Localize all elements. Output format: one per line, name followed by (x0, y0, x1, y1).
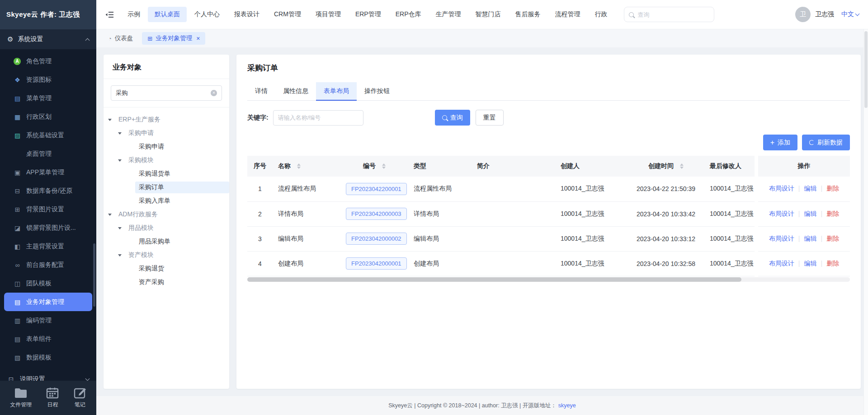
caret-down-icon[interactable] (108, 119, 112, 121)
nav-item-流程管理[interactable]: 流程管理 (548, 7, 587, 22)
column-header-名称[interactable]: 名称 (273, 156, 340, 177)
delete-link[interactable]: 删除 (826, 260, 839, 267)
code-badge[interactable]: FP2023042000001 (346, 257, 407, 270)
tree-search-input[interactable] (116, 90, 211, 97)
sort-icon[interactable] (297, 163, 301, 169)
language-switcher[interactable]: 中文 (841, 10, 859, 19)
global-search-input[interactable] (637, 11, 709, 18)
edit-link[interactable]: 编辑 (804, 235, 817, 242)
sidebar-item-资源图标[interactable]: ❖资源图标 (0, 70, 96, 89)
sidebar-item-编码管理[interactable]: ▥编码管理 (0, 311, 96, 330)
column-header-创建时间[interactable]: 创建时间 (627, 156, 704, 177)
tab-表单布局[interactable]: 表单布局 (316, 82, 357, 100)
code-badge[interactable]: FP2023042200001 (346, 183, 407, 195)
code-badge[interactable]: FP2023042000003 (346, 208, 407, 220)
layout-design-link[interactable]: 布局设计 (769, 260, 794, 267)
dock-item-日程[interactable]: 日程 (46, 387, 59, 409)
tree-node-采购申请[interactable]: 采购申请 (104, 140, 229, 154)
dock-item-文件管理[interactable]: 文件管理 (10, 387, 32, 409)
tab-详情[interactable]: 详情 (247, 82, 275, 100)
sidebar-item-数据库备份/还原[interactable]: ⊟数据库备份/还原 (0, 182, 96, 200)
tree-node-用品模块[interactable]: 用品模块 (104, 221, 229, 235)
clear-icon[interactable]: × (211, 90, 217, 96)
page-scrollbar[interactable] (863, 29, 868, 415)
tree-node-采购退货[interactable]: 采购退货 (104, 262, 229, 275)
sidebar-item-角色管理[interactable]: A角色管理 (0, 52, 96, 70)
horizontal-scrollbar[interactable] (247, 277, 850, 282)
tree-node-用品采购单[interactable]: 用品采购单 (104, 235, 229, 248)
tree-node-采购入库单[interactable]: 采购入库单 (104, 194, 229, 208)
layout-design-link[interactable]: 布局设计 (769, 210, 794, 217)
keyword-input[interactable] (273, 110, 363, 126)
delete-link[interactable]: 删除 (826, 235, 839, 242)
window-tab-仪表盘[interactable]: ◔仪表盘 (103, 32, 138, 45)
nav-item-项目管理[interactable]: 项目管理 (309, 7, 348, 22)
delete-link[interactable]: 删除 (826, 185, 839, 192)
opensource-link[interactable]: skyeye (558, 402, 576, 409)
column-header-编号[interactable]: 编号 (340, 156, 408, 177)
sidebar-item-业务对象管理[interactable]: ▤业务对象管理 (4, 293, 92, 311)
nav-item-售后服务[interactable]: 售后服务 (508, 7, 547, 22)
layout-design-link[interactable]: 布局设计 (769, 235, 794, 242)
sidebar-group-说明设置[interactable]: ⊡说明设置 (0, 369, 96, 381)
nav-item-默认桌面[interactable]: 默认桌面 (148, 7, 187, 22)
tree-node-资产采购[interactable]: 资产采购 (104, 275, 229, 289)
add-button[interactable]: + 添加 (763, 135, 797, 150)
sort-icon[interactable] (382, 163, 386, 169)
edit-link[interactable]: 编辑 (804, 210, 817, 217)
caret-down-icon[interactable] (118, 227, 122, 229)
refresh-button[interactable]: 刷新数据 (802, 135, 850, 150)
sidebar-item-团队模板[interactable]: ◫团队模板 (0, 274, 96, 293)
avatar[interactable]: 卫 (795, 7, 811, 22)
window-tab-业务对象管理[interactable]: ⊞业务对象管理× (142, 32, 205, 45)
tab-属性信息[interactable]: 属性信息 (275, 82, 316, 100)
close-icon[interactable]: × (196, 35, 200, 42)
tree-node-采购申请[interactable]: 采购申请 (104, 126, 229, 140)
edit-link[interactable]: 编辑 (804, 185, 817, 192)
nav-item-ERP仓库[interactable]: ERP仓库 (389, 7, 428, 22)
reset-button[interactable]: 重置 (476, 110, 504, 126)
sort-icon[interactable] (680, 163, 684, 169)
nav-item-智慧门店[interactable]: 智慧门店 (468, 7, 507, 22)
sidebar-item-数据模板[interactable]: ▧数据模板 (0, 348, 96, 367)
dock-item-笔记[interactable]: 笔记 (74, 387, 86, 409)
caret-down-icon[interactable] (118, 254, 122, 256)
nav-item-示例[interactable]: 示例 (121, 7, 147, 22)
tree-node-采购订单[interactable]: 采购订单 (104, 181, 229, 194)
horizontal-scrollbar-thumb[interactable] (247, 277, 741, 282)
sidebar-item-桌面管理[interactable]: 桌面管理 (0, 145, 96, 163)
sidebar-item-行政区划[interactable]: ▦行政区划 (0, 107, 96, 126)
tab-操作按钮[interactable]: 操作按钮 (357, 82, 397, 100)
page-scrollbar-thumb[interactable] (864, 31, 868, 108)
sidebar-item-系统基础设置[interactable]: ▨系统基础设置 (0, 126, 96, 145)
nav-item-CRM管理[interactable]: CRM管理 (267, 7, 308, 22)
caret-down-icon[interactable] (118, 132, 122, 135)
global-search[interactable] (624, 7, 714, 22)
collapse-sidebar-icon[interactable] (105, 11, 113, 18)
tree-node-ERP+生产服务[interactable]: ERP+生产服务 (104, 113, 229, 126)
code-badge[interactable]: FP2023042000002 (346, 233, 407, 245)
sidebar-group-system-settings[interactable]: ⚙ 系统设置 (0, 29, 96, 49)
tree-search-box[interactable]: × (111, 85, 222, 101)
sidebar-item-菜单管理[interactable]: ▤菜单管理 (0, 89, 96, 107)
caret-down-icon[interactable] (108, 214, 112, 216)
nav-item-ERP管理[interactable]: ERP管理 (349, 7, 388, 22)
sidebar-item-前台服务配置[interactable]: ∞前台服务配置 (0, 256, 96, 274)
tree-node-采购模块[interactable]: 采购模块 (104, 154, 229, 167)
delete-link[interactable]: 删除 (826, 210, 839, 217)
tree-node-资产模块[interactable]: 资产模块 (104, 248, 229, 262)
tree-node-ADM行政服务[interactable]: ADM行政服务 (104, 208, 229, 221)
sidebar-item-APP菜单管理[interactable]: ▣APP菜单管理 (0, 163, 96, 182)
query-button[interactable]: 查询 (435, 110, 470, 126)
nav-item-行政[interactable]: 行政 (588, 7, 614, 22)
sidebar-scrollbar-thumb[interactable] (93, 243, 95, 307)
tree-node-采购退货单[interactable]: 采购退货单 (104, 167, 229, 181)
sidebar-item-背景图片设置[interactable]: ⊞背景图片设置 (0, 200, 96, 219)
caret-down-icon[interactable] (118, 159, 122, 162)
nav-item-个人中心[interactable]: 个人中心 (188, 7, 226, 22)
sidebar-item-主题背景设置[interactable]: ◧主题背景设置 (0, 237, 96, 256)
sidebar-item-锁屏背景图片设...[interactable]: ◪锁屏背景图片设... (0, 219, 96, 237)
sidebar-item-表单组件[interactable]: ▤表单组件 (0, 330, 96, 348)
edit-link[interactable]: 编辑 (804, 260, 817, 267)
layout-design-link[interactable]: 布局设计 (769, 185, 794, 192)
